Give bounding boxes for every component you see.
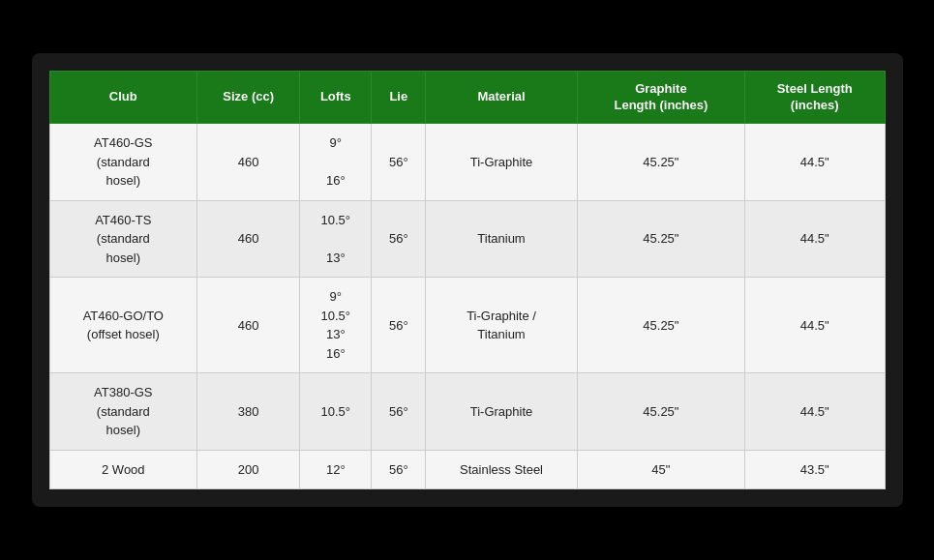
cell-club: AT380-GS(standardhosel) — [49, 373, 197, 451]
table-body: AT460-GS(standardhosel)4609°16°56°Ti-Gra… — [49, 124, 885, 489]
cell-lofts: 10.5° — [300, 373, 372, 451]
cell-size: 460 — [197, 200, 300, 278]
table-row: AT380-GS(standardhosel)38010.5°56°Ti-Gra… — [49, 373, 885, 451]
cell-steel_length: 44.5" — [744, 278, 885, 373]
col-header-club: Club — [49, 71, 197, 124]
cell-material: Ti-Graphite /Titanium — [426, 278, 578, 373]
cell-steel_length: 44.5" — [744, 373, 885, 451]
cell-graphite_length: 45.25" — [577, 373, 744, 451]
cell-material: Ti-Graphite — [426, 373, 578, 451]
table-row: 2 Wood20012°56°Stainless Steel45"43.5" — [49, 450, 885, 489]
specs-table: ClubSize (cc)LoftsLieMaterialGraphiteLen… — [49, 71, 886, 490]
cell-graphite_length: 45.25" — [577, 124, 744, 201]
cell-material: Titanium — [426, 200, 578, 278]
cell-steel_length: 44.5" — [744, 124, 885, 201]
cell-lofts: 9°10.5°13°16° — [300, 278, 372, 373]
cell-lie: 56° — [372, 278, 426, 373]
cell-size: 460 — [197, 124, 300, 201]
cell-size: 460 — [197, 278, 300, 373]
col-header-size: Size (cc) — [197, 71, 300, 124]
cell-lie: 56° — [372, 373, 426, 451]
col-header-graphite_length: GraphiteLength (inches) — [577, 71, 744, 124]
cell-lofts: 10.5°13° — [300, 200, 372, 278]
cell-lofts: 9°16° — [300, 124, 372, 201]
cell-steel_length: 44.5" — [744, 200, 885, 278]
cell-graphite_length: 45.25" — [577, 200, 744, 278]
cell-steel_length: 43.5" — [744, 450, 885, 489]
table-row: AT460-GO/TO(offset hosel)4609°10.5°13°16… — [49, 278, 885, 373]
cell-graphite_length: 45" — [577, 450, 744, 489]
cell-lofts: 12° — [300, 450, 372, 489]
col-header-lie: Lie — [372, 71, 426, 124]
table-container: ClubSize (cc)LoftsLieMaterialGraphiteLen… — [32, 53, 903, 508]
cell-club: AT460-GO/TO(offset hosel) — [49, 278, 197, 373]
cell-material: Ti-Graphite — [426, 124, 578, 201]
cell-lie: 56° — [372, 200, 426, 278]
col-header-lofts: Lofts — [300, 71, 372, 124]
cell-graphite_length: 45.25" — [577, 278, 744, 373]
table-row: AT460-GS(standardhosel)4609°16°56°Ti-Gra… — [49, 124, 885, 201]
cell-club: AT460-GS(standardhosel) — [49, 124, 197, 201]
col-header-material: Material — [426, 71, 578, 124]
table-row: AT460-TS(standardhosel)46010.5°13°56°Tit… — [49, 200, 885, 278]
cell-size: 380 — [197, 373, 300, 451]
cell-lie: 56° — [372, 450, 426, 489]
cell-club: 2 Wood — [49, 450, 197, 489]
cell-material: Stainless Steel — [426, 450, 578, 489]
col-header-steel_length: Steel Length(inches) — [744, 71, 885, 124]
table-header-row: ClubSize (cc)LoftsLieMaterialGraphiteLen… — [49, 71, 885, 124]
cell-size: 200 — [197, 450, 300, 489]
cell-club: AT460-TS(standardhosel) — [49, 200, 197, 278]
cell-lie: 56° — [372, 124, 426, 201]
